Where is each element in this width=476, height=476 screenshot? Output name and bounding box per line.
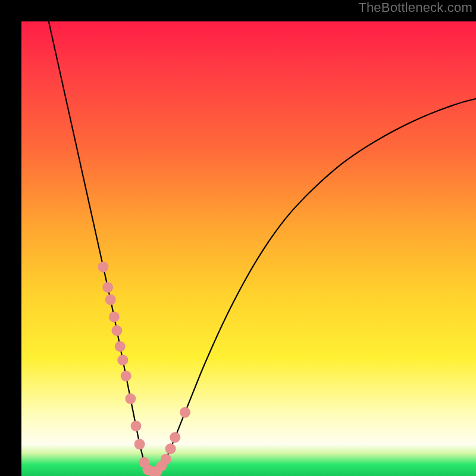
data-bead	[105, 295, 116, 305]
chart-svg	[21, 21, 476, 476]
data-bead	[115, 341, 126, 352]
data-bead	[102, 282, 113, 293]
plot-area	[21, 21, 476, 476]
data-bead	[98, 262, 109, 273]
data-bead	[117, 355, 128, 365]
data-bead	[111, 325, 122, 336]
data-bead	[121, 371, 131, 381]
data-bead	[109, 312, 120, 322]
data-bead	[170, 432, 180, 443]
data-beads	[98, 262, 191, 476]
data-bead	[125, 393, 136, 404]
bottleneck-curve	[49, 21, 476, 471]
data-bead	[161, 454, 171, 465]
data-bead	[165, 443, 176, 454]
watermark-text: TheBottleneck.com	[358, 0, 472, 15]
data-bead	[131, 421, 142, 431]
chart-frame	[11, 11, 465, 465]
data-bead	[180, 407, 190, 418]
data-bead	[134, 439, 145, 450]
